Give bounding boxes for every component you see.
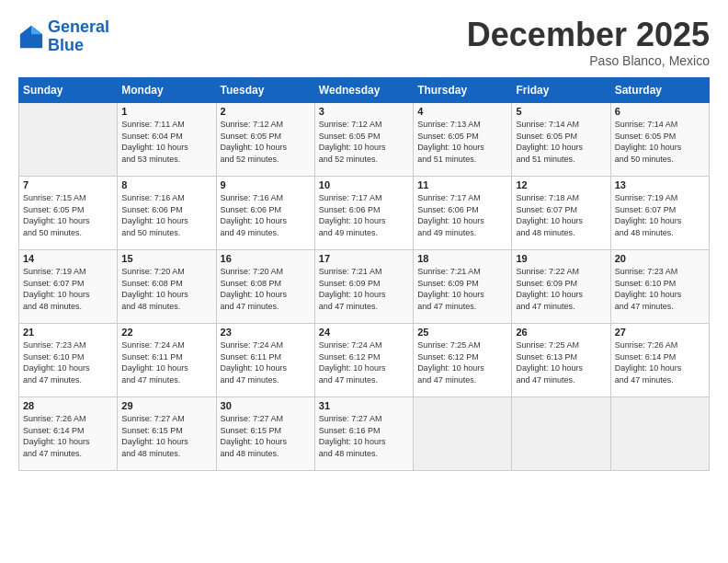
day-cell: 18Sunrise: 7:21 AMSunset: 6:09 PMDayligh… (414, 250, 512, 324)
day-cell: 6Sunrise: 7:14 AMSunset: 6:05 PMDaylight… (610, 103, 709, 177)
day-info: Sunrise: 7:12 AMSunset: 6:05 PMDaylight:… (221, 119, 311, 165)
day-cell: 28Sunrise: 7:26 AMSunset: 6:14 PMDayligh… (19, 397, 118, 471)
page-header: General Blue December 2025 Paso Blanco, … (18, 18, 710, 68)
day-number: 16 (221, 253, 311, 264)
day-number: 21 (23, 327, 113, 338)
header-cell-saturday: Saturday (610, 78, 709, 103)
day-cell: 15Sunrise: 7:20 AMSunset: 6:08 PMDayligh… (118, 250, 216, 324)
day-cell: 27Sunrise: 7:26 AMSunset: 6:14 PMDayligh… (610, 324, 709, 397)
day-info: Sunrise: 7:14 AMSunset: 6:05 PMDaylight:… (516, 119, 606, 165)
day-info: Sunrise: 7:17 AMSunset: 6:06 PMDaylight:… (417, 192, 507, 238)
day-info: Sunrise: 7:23 AMSunset: 6:10 PMDaylight:… (23, 339, 113, 385)
day-cell: 5Sunrise: 7:14 AMSunset: 6:05 PMDaylight… (512, 103, 610, 177)
day-info: Sunrise: 7:25 AMSunset: 6:13 PMDaylight:… (516, 339, 606, 385)
day-cell: 4Sunrise: 7:13 AMSunset: 6:05 PMDaylight… (414, 103, 512, 177)
day-info: Sunrise: 7:20 AMSunset: 6:08 PMDaylight:… (121, 266, 211, 312)
day-cell: 30Sunrise: 7:27 AMSunset: 6:15 PMDayligh… (216, 397, 314, 471)
day-number: 26 (516, 327, 606, 338)
day-number: 4 (417, 106, 507, 117)
header-cell-tuesday: Tuesday (216, 78, 314, 103)
header-cell-monday: Monday (118, 78, 216, 103)
day-number: 22 (121, 327, 211, 338)
day-info: Sunrise: 7:16 AMSunset: 6:06 PMDaylight:… (221, 192, 311, 238)
day-number: 10 (319, 179, 409, 190)
week-row-2: 7Sunrise: 7:15 AMSunset: 6:05 PMDaylight… (19, 177, 710, 250)
day-number: 1 (121, 106, 211, 117)
day-cell: 9Sunrise: 7:16 AMSunset: 6:06 PMDaylight… (216, 177, 314, 250)
day-info: Sunrise: 7:12 AMSunset: 6:05 PMDaylight:… (319, 119, 409, 165)
day-info: Sunrise: 7:17 AMSunset: 6:06 PMDaylight:… (319, 192, 409, 238)
day-cell: 23Sunrise: 7:24 AMSunset: 6:11 PMDayligh… (216, 324, 314, 397)
day-number: 9 (221, 179, 311, 190)
day-cell: 13Sunrise: 7:19 AMSunset: 6:07 PMDayligh… (610, 177, 709, 250)
day-info: Sunrise: 7:16 AMSunset: 6:06 PMDaylight:… (121, 192, 211, 238)
day-cell (19, 103, 118, 177)
day-cell: 24Sunrise: 7:24 AMSunset: 6:12 PMDayligh… (314, 324, 413, 397)
day-info: Sunrise: 7:26 AMSunset: 6:14 PMDaylight:… (23, 413, 113, 459)
day-cell: 2Sunrise: 7:12 AMSunset: 6:05 PMDaylight… (216, 103, 314, 177)
day-cell: 26Sunrise: 7:25 AMSunset: 6:13 PMDayligh… (512, 324, 610, 397)
day-number: 17 (319, 253, 409, 264)
day-number: 19 (516, 253, 606, 264)
svg-marker-1 (31, 26, 42, 34)
day-number: 2 (221, 106, 311, 117)
day-info: Sunrise: 7:14 AMSunset: 6:05 PMDaylight:… (615, 119, 705, 165)
day-number: 23 (221, 327, 311, 338)
day-cell: 7Sunrise: 7:15 AMSunset: 6:05 PMDaylight… (19, 177, 118, 250)
logo-text: General Blue (48, 18, 109, 55)
day-info: Sunrise: 7:26 AMSunset: 6:14 PMDaylight:… (615, 339, 705, 385)
day-info: Sunrise: 7:20 AMSunset: 6:08 PMDaylight:… (221, 266, 311, 312)
day-cell (414, 397, 512, 471)
day-cell: 20Sunrise: 7:23 AMSunset: 6:10 PMDayligh… (610, 250, 709, 324)
week-row-4: 21Sunrise: 7:23 AMSunset: 6:10 PMDayligh… (19, 324, 710, 397)
day-info: Sunrise: 7:24 AMSunset: 6:11 PMDaylight:… (221, 339, 311, 385)
location-subtitle: Paso Blanco, Mexico (467, 53, 710, 68)
day-number: 30 (221, 400, 311, 411)
day-number: 15 (121, 253, 211, 264)
day-info: Sunrise: 7:21 AMSunset: 6:09 PMDaylight:… (319, 266, 409, 312)
logo-icon (18, 24, 44, 50)
day-number: 18 (417, 253, 507, 264)
day-number: 13 (615, 179, 705, 190)
day-number: 6 (615, 106, 705, 117)
week-row-1: 1Sunrise: 7:11 AMSunset: 6:04 PMDaylight… (19, 103, 710, 177)
day-cell: 3Sunrise: 7:12 AMSunset: 6:05 PMDaylight… (314, 103, 413, 177)
day-cell: 8Sunrise: 7:16 AMSunset: 6:06 PMDaylight… (118, 177, 216, 250)
day-info: Sunrise: 7:21 AMSunset: 6:09 PMDaylight:… (417, 266, 507, 312)
calendar-table: SundayMondayTuesdayWednesdayThursdayFrid… (18, 77, 710, 471)
day-cell: 25Sunrise: 7:25 AMSunset: 6:12 PMDayligh… (414, 324, 512, 397)
week-row-3: 14Sunrise: 7:19 AMSunset: 6:07 PMDayligh… (19, 250, 710, 324)
calendar-header: SundayMondayTuesdayWednesdayThursdayFrid… (19, 78, 710, 103)
day-number: 11 (417, 179, 507, 190)
header-cell-sunday: Sunday (19, 78, 118, 103)
day-cell: 31Sunrise: 7:27 AMSunset: 6:16 PMDayligh… (314, 397, 413, 471)
day-cell: 12Sunrise: 7:18 AMSunset: 6:07 PMDayligh… (512, 177, 610, 250)
header-cell-friday: Friday (512, 78, 610, 103)
day-info: Sunrise: 7:27 AMSunset: 6:15 PMDaylight:… (221, 413, 311, 459)
day-info: Sunrise: 7:19 AMSunset: 6:07 PMDaylight:… (23, 266, 113, 312)
day-number: 12 (516, 179, 606, 190)
day-cell: 19Sunrise: 7:22 AMSunset: 6:09 PMDayligh… (512, 250, 610, 324)
day-number: 7 (23, 179, 113, 190)
day-info: Sunrise: 7:27 AMSunset: 6:15 PMDaylight:… (121, 413, 211, 459)
day-cell: 11Sunrise: 7:17 AMSunset: 6:06 PMDayligh… (414, 177, 512, 250)
day-info: Sunrise: 7:22 AMSunset: 6:09 PMDaylight:… (516, 266, 606, 312)
logo: General Blue (18, 18, 109, 55)
day-info: Sunrise: 7:11 AMSunset: 6:04 PMDaylight:… (121, 119, 211, 165)
day-cell: 14Sunrise: 7:19 AMSunset: 6:07 PMDayligh… (19, 250, 118, 324)
day-cell (512, 397, 610, 471)
day-info: Sunrise: 7:18 AMSunset: 6:07 PMDaylight:… (516, 192, 606, 238)
header-cell-wednesday: Wednesday (314, 78, 413, 103)
week-row-5: 28Sunrise: 7:26 AMSunset: 6:14 PMDayligh… (19, 397, 710, 471)
day-number: 31 (319, 400, 409, 411)
day-cell (610, 397, 709, 471)
day-cell: 16Sunrise: 7:20 AMSunset: 6:08 PMDayligh… (216, 250, 314, 324)
day-cell: 22Sunrise: 7:24 AMSunset: 6:11 PMDayligh… (118, 324, 216, 397)
header-cell-thursday: Thursday (414, 78, 512, 103)
day-info: Sunrise: 7:15 AMSunset: 6:05 PMDaylight:… (23, 192, 113, 238)
day-cell: 1Sunrise: 7:11 AMSunset: 6:04 PMDaylight… (118, 103, 216, 177)
day-number: 28 (23, 400, 113, 411)
day-number: 3 (319, 106, 409, 117)
day-number: 25 (417, 327, 507, 338)
day-cell: 17Sunrise: 7:21 AMSunset: 6:09 PMDayligh… (314, 250, 413, 324)
